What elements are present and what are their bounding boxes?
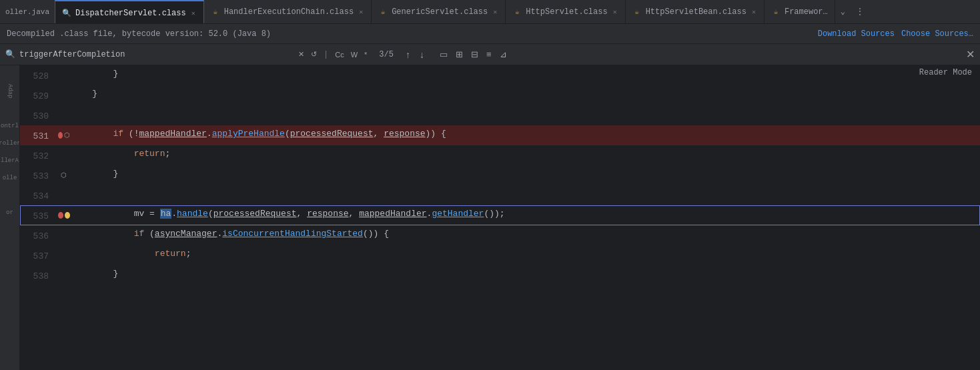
tab-dispatcher-servlet[interactable]: 🔍 DispatcherServlet.class ✕: [55, 0, 204, 23]
tab-httpbean-label: HttpServletBean.class: [646, 7, 747, 17]
search-close-btn[interactable]: ✕: [296, 49, 307, 60]
info-bar-left: Decompiled .class file, bytecode version…: [7, 29, 271, 39]
tab-http-label: HttpServlet.class: [526, 7, 607, 17]
search-toolbar: ▭ ⊞ ⊟ ≡ ⊿: [436, 48, 510, 61]
line-gutter-529: [57, 85, 71, 105]
search-prev-btn[interactable]: ↑: [403, 48, 413, 61]
side-label-or: or: [6, 209, 13, 216]
line-number-538: 538: [20, 265, 57, 285]
info-bar-right: Download Sources Choose Sources…: [818, 29, 973, 39]
view-mode-btn[interactable]: ▭: [436, 48, 451, 61]
bookmark-icon-531[interactable]: ⬡: [64, 131, 70, 139]
search-controls: ✕ ↺ | Cc W *: [296, 49, 370, 60]
code-content-528: }: [71, 65, 980, 85]
search-next-btn[interactable]: ↓: [417, 48, 427, 61]
line-number-531: 531: [20, 125, 57, 145]
table-row: 537 return;: [20, 245, 980, 265]
table-row: 536 if (asyncManager.isConcurrentHandlin…: [20, 225, 980, 245]
line-gutter-534: [57, 185, 71, 205]
tab-framework-icon: ☕: [771, 7, 781, 17]
tab-generic-icon: ☕: [378, 7, 388, 17]
line-gutter-528: [57, 65, 71, 85]
search-text-value: triggerAfterCompletion: [19, 50, 125, 59]
filter-btn[interactable]: ⊿: [496, 48, 510, 61]
search-icon: 🔍: [5, 49, 15, 59]
tab-http-icon: ☕: [512, 7, 522, 17]
side-panel: Adap ontrl roller llerA olle or: [0, 65, 20, 370]
tab-httpbean-close[interactable]: ✕: [751, 7, 757, 17]
line-number-529: 529: [20, 85, 57, 105]
choose-sources-link[interactable]: Choose Sources…: [901, 29, 973, 39]
code-content-530: [71, 105, 980, 125]
table-row: 529 }: [20, 85, 980, 105]
side-label-roller: roller: [0, 140, 20, 147]
table-row: 530: [20, 105, 980, 125]
search-reset-btn[interactable]: ↺: [308, 49, 320, 60]
tab-prefix-label: oller.java: [5, 8, 49, 16]
line-number-533: 533: [20, 165, 57, 185]
search-word-btn[interactable]: W: [348, 49, 360, 60]
table-row: 533 ⬡ }: [20, 165, 980, 185]
line-number-537: 537: [20, 245, 57, 265]
bookmark-icon-533[interactable]: ⬡: [61, 171, 67, 179]
align-btn[interactable]: ≡: [483, 48, 495, 61]
code-content-529: }: [71, 85, 980, 105]
line-gutter-531: ⬡: [57, 125, 71, 145]
code-content-535: mv = ha.handle(processedRequest, respons…: [71, 205, 980, 225]
line-number-534: 534: [20, 185, 57, 205]
table-row: 532 return;: [20, 145, 980, 165]
tab-framework[interactable]: ☕ Framewor…: [765, 0, 835, 23]
editor-wrapper: Adap ontrl roller llerA olle or Reader M…: [0, 65, 980, 370]
code-content-537: return;: [71, 245, 980, 265]
search-count: 3/5: [379, 50, 394, 59]
tab-dispatcher-icon: 🔍: [62, 9, 71, 18]
line-gutter-537: [57, 245, 71, 265]
tab-generic-servlet[interactable]: ☕ GenericServlet.class ✕: [372, 0, 506, 23]
tab-dispatcher-close[interactable]: ✕: [190, 8, 197, 19]
breakpoint-icon-531[interactable]: [58, 132, 63, 139]
code-content-538: }: [71, 265, 980, 285]
tab-generic-label: GenericServlet.class: [392, 7, 488, 17]
search-input-area: triggerAfterCompletion: [19, 50, 286, 59]
side-label-olle: olle: [3, 175, 17, 181]
code-content-533: }: [71, 165, 980, 185]
tab-handler-label: HandlerExecutionChain.class: [224, 7, 354, 17]
tab-http-servlet-bean[interactable]: ☕ HttpServletBean.class ✕: [626, 0, 765, 23]
split-btn[interactable]: ⊞: [452, 48, 466, 61]
line-number-536: 536: [20, 225, 57, 245]
side-label-adap: Adap: [7, 84, 13, 99]
table-row: 534: [20, 185, 980, 205]
line-gutter-536: [57, 225, 71, 245]
breakpoint-icon-535[interactable]: [58, 212, 63, 219]
tab-more-btn[interactable]: ⋮: [851, 0, 869, 23]
code-content-532: return;: [71, 145, 980, 165]
warning-icon-535[interactable]: [65, 212, 70, 219]
side-label-llera: llerA: [1, 157, 19, 164]
side-label-ontrl: ontrl: [1, 123, 19, 129]
download-sources-link[interactable]: Download Sources: [818, 29, 895, 39]
line-gutter-532: [57, 145, 71, 165]
code-content-536: if (asyncManager.isConcurrentHandlingSta…: [71, 225, 980, 245]
code-content-531: if (!mappedHandler.applyPreHandle(proces…: [71, 125, 980, 145]
search-bar-close[interactable]: ✕: [966, 48, 975, 61]
tab-handler-icon: ☕: [211, 7, 220, 17]
search-regex-btn[interactable]: *: [362, 49, 370, 60]
tab-handler-chain[interactable]: ☕ HandlerExecutionChain.class ✕: [204, 0, 372, 23]
tab-http-close[interactable]: ✕: [612, 7, 618, 17]
tab-generic-close[interactable]: ✕: [492, 7, 498, 17]
search-case-btn[interactable]: Cc: [332, 49, 346, 60]
code-editor: Reader Mode 528 } 529 } 530 531 ⬡: [20, 65, 980, 370]
tab-framework-label: Framewor…: [785, 7, 828, 17]
table-row: 528 }: [20, 65, 980, 85]
tab-http-servlet[interactable]: ☕ HttpServlet.class ✕: [506, 0, 625, 23]
line-gutter-533: ⬡: [57, 165, 71, 185]
tab-handler-close[interactable]: ✕: [358, 7, 364, 17]
tab-overflow-btn[interactable]: ⌄: [835, 0, 851, 23]
line-number-532: 532: [20, 145, 57, 165]
line-gutter-535: [57, 205, 71, 225]
line-gutter-538: [57, 265, 71, 285]
split-alt-btn[interactable]: ⊟: [468, 48, 482, 61]
table-row: 535 mv = ha.handle(processedRequest, res…: [20, 205, 980, 225]
tab-httpbean-icon: ☕: [632, 7, 642, 17]
line-number-530: 530: [20, 105, 57, 125]
